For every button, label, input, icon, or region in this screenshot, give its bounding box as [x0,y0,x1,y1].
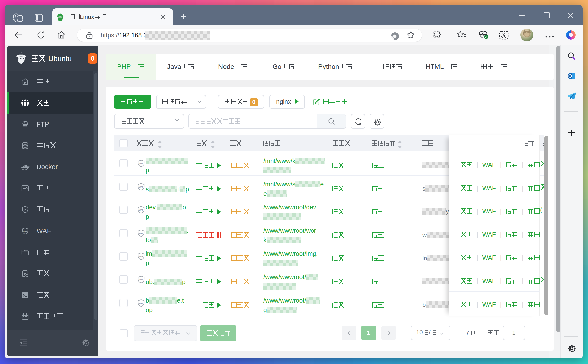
svg-text:WAF: WAF [139,209,143,211]
svg-text:WAF: WAF [139,163,143,165]
svg-text:WAF: WAF [139,279,143,281]
svg-text:WAF: WAF [139,302,143,304]
svg-text:WAF: WAF [23,230,28,232]
svg-text:WAF: WAF [139,186,143,188]
svg-text:WAF: WAF [139,232,143,234]
svg-text:WAF: WAF [139,255,143,258]
